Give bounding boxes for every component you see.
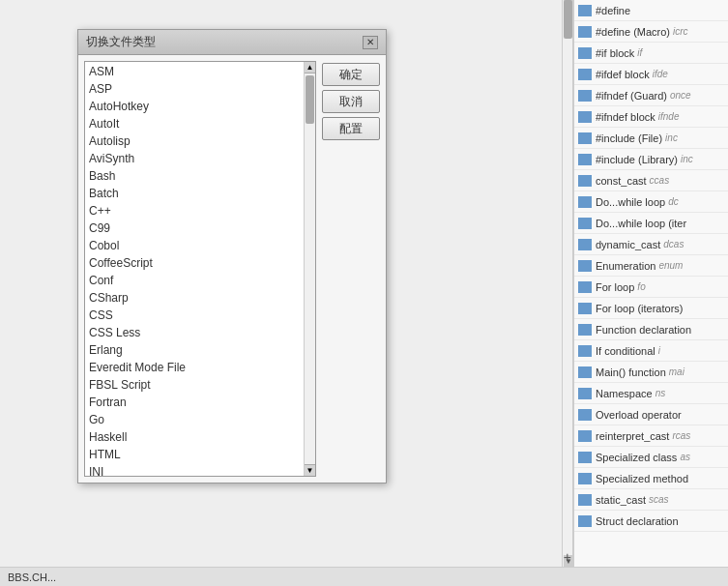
snippet-icon: [578, 388, 592, 399]
listbox-scrollbar[interactable]: ▲ ▼: [304, 62, 315, 476]
snippet-shortcut: scas: [649, 494, 669, 505]
snippet-icon: [578, 111, 592, 123]
snippet-name: dynamic_cast: [596, 239, 660, 250]
snippet-shortcut: as: [680, 452, 690, 462]
right-panel-item[interactable]: #if blockif: [574, 43, 728, 64]
confirm-button[interactable]: 确定: [322, 63, 380, 86]
snippet-name: Overload operator: [596, 409, 682, 421]
list-item[interactable]: ASP: [85, 79, 304, 97]
snippet-shortcut: inc: [681, 154, 693, 164]
bottom-bar-text: BBS.CH...: [8, 571, 56, 583]
list-item[interactable]: Fortran: [85, 393, 304, 410]
right-panel-item[interactable]: Main() functionmai: [574, 362, 728, 383]
list-item[interactable]: HTML: [85, 445, 304, 462]
snippet-shortcut: if: [637, 47, 642, 58]
list-item[interactable]: FBSL Script: [85, 375, 304, 393]
bottom-bar: BBS.CH...: [0, 567, 728, 586]
right-panel-item[interactable]: #ifndef (Guard)once: [574, 85, 728, 106]
list-item[interactable]: Go: [85, 410, 304, 427]
snippet-name: Struct declaration: [596, 515, 679, 527]
list-item[interactable]: C99: [85, 219, 304, 236]
config-button[interactable]: 配置: [322, 117, 380, 140]
right-panel-item[interactable]: Specialized method: [574, 468, 728, 489]
right-panel-item[interactable]: If conditionali: [574, 340, 728, 362]
right-panel-item[interactable]: Namespacens: [574, 383, 728, 404]
right-panel-item[interactable]: reinterpret_castrcas: [574, 425, 728, 447]
snippet-name: #define: [596, 5, 630, 16]
right-panel-item[interactable]: #include (Library)inc: [574, 149, 728, 170]
snippet-name: Specialized method: [596, 473, 688, 484]
list-item[interactable]: AutoHotkey: [85, 97, 304, 114]
snippet-icon: [578, 345, 592, 357]
list-item[interactable]: CoffeeScript: [85, 253, 304, 271]
snippet-icon: [578, 69, 592, 80]
snippet-icon: [578, 239, 592, 250]
right-panel-item[interactable]: #ifdef blockifde: [574, 64, 728, 85]
snippet-name: Namespace: [596, 388, 653, 399]
listbox-scrollbar-track: [305, 73, 315, 464]
snippet-icon: [578, 196, 592, 208]
list-item[interactable]: INI: [85, 462, 304, 476]
right-panel-item[interactable]: #define: [574, 0, 728, 21]
snippet-shortcut: inc: [665, 132, 678, 143]
file-type-dialog: 切换文件类型 ✕ ASMASPAutoHotkeyAutoItAutolispA…: [77, 29, 387, 483]
right-panel-item[interactable]: #include (File)inc: [574, 128, 728, 149]
list-item[interactable]: Bash: [85, 166, 304, 184]
cancel-button[interactable]: 取消: [322, 90, 380, 113]
snippet-shortcut: enum: [658, 260, 683, 271]
snippet-shortcut: dcas: [663, 239, 684, 249]
right-panel-item[interactable]: Do...while loopdc: [574, 191, 728, 213]
list-item[interactable]: Everedit Mode File: [85, 358, 304, 375]
right-panel-item[interactable]: Overload operator: [574, 404, 728, 425]
list-item[interactable]: CSS Less: [85, 323, 304, 340]
list-item[interactable]: AviSynth: [85, 149, 304, 166]
list-item[interactable]: Autolisp: [85, 132, 304, 149]
snippet-icon: [578, 90, 592, 102]
dialog-titlebar: 切换文件类型 ✕: [78, 30, 386, 55]
list-item[interactable]: C++: [85, 201, 304, 219]
snippet-name: #include (File): [596, 132, 662, 144]
right-panel-item[interactable]: Do...while loop (iter: [574, 213, 728, 234]
list-item[interactable]: CSharp: [85, 288, 304, 306]
list-item[interactable]: ASM: [85, 62, 304, 79]
snippet-name: #ifndef (Guard): [596, 90, 667, 102]
right-panel-item[interactable]: const_castccas: [574, 170, 728, 191]
right-panel-item[interactable]: Struct declaration: [574, 511, 728, 532]
list-item[interactable]: Erlang: [85, 340, 304, 358]
list-item[interactable]: CSS: [85, 306, 304, 323]
snippet-icon: [578, 154, 592, 165]
snippet-icon: [578, 430, 592, 442]
snippet-name: Specialized class: [596, 452, 677, 463]
right-panel-item[interactable]: Function declaration: [574, 319, 728, 340]
right-scrollbar-thumb[interactable]: [564, 0, 572, 39]
add-icon[interactable]: +: [564, 549, 571, 565]
snippet-icon: [578, 494, 592, 506]
right-panel-item[interactable]: Specialized classas: [574, 447, 728, 468]
dialog-close-button[interactable]: ✕: [363, 36, 378, 49]
right-panel-item[interactable]: Enumerationenum: [574, 255, 728, 277]
snippet-name: #ifdef block: [596, 69, 650, 80]
snippet-shortcut: ccas: [650, 175, 670, 186]
list-item[interactable]: Haskell: [85, 427, 304, 445]
list-item[interactable]: Cobol: [85, 236, 304, 253]
right-panel-item[interactable]: #ifndef blockifnde: [574, 106, 728, 128]
dialog-buttons-panel: 确定 取消 配置: [322, 61, 380, 477]
listbox-scrollbar-thumb[interactable]: [306, 75, 314, 124]
filetype-listbox[interactable]: ASMASPAutoHotkeyAutoItAutolispAviSynthBa…: [84, 61, 316, 477]
list-item[interactable]: Batch: [85, 184, 304, 201]
list-item[interactable]: Conf: [85, 271, 304, 288]
right-panel-item[interactable]: For loopfo: [574, 277, 728, 298]
snippet-icon: [578, 515, 592, 527]
dialog-body: ASMASPAutoHotkeyAutoItAutolispAviSynthBa…: [78, 55, 386, 483]
right-panel-item[interactable]: dynamic_castdcas: [574, 234, 728, 255]
snippet-icon: [578, 5, 592, 16]
snippet-icon: [578, 452, 592, 463]
right-panel-item[interactable]: static_castscas: [574, 489, 728, 511]
right-panel-item[interactable]: #define (Macro)icrc: [574, 21, 728, 43]
right-panel-scrollbar[interactable]: ▲ ▼: [562, 0, 573, 586]
snippet-name: #include (Library): [596, 154, 678, 165]
right-panel-item[interactable]: For loop (iterators): [574, 298, 728, 319]
listbox-scrollbar-up[interactable]: ▲: [305, 62, 315, 73]
list-item[interactable]: AutoIt: [85, 114, 304, 132]
listbox-scrollbar-down[interactable]: ▼: [305, 464, 315, 476]
